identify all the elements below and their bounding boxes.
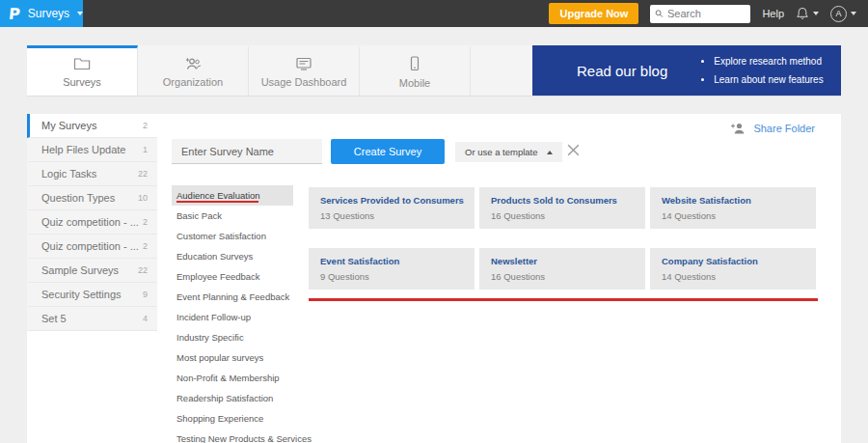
use-template-label: Or use a template: [465, 147, 538, 157]
survey-name-input[interactable]: [172, 139, 322, 164]
blog-banner-bullets: Explore research method Learn about new …: [700, 52, 823, 89]
sidebar-item-set-5[interactable]: Set 5 4: [27, 307, 157, 331]
sidebar-item-help-files-update[interactable]: Help Files Update 1: [27, 138, 157, 162]
read-blog-banner[interactable]: Read our blog Explore research method Le…: [532, 45, 841, 96]
tab-usage-dashboard[interactable]: Usage Dashboard: [249, 45, 360, 96]
sidebar-item-label: Question Types: [41, 192, 115, 204]
chevron-down-icon: [77, 12, 83, 15]
template-card-newsletter[interactable]: Newsletter 16 Questions: [479, 248, 645, 290]
category-label: Customer Satisfaction: [176, 231, 266, 241]
share-folder-label: Share Folder: [753, 123, 815, 134]
tab-mobile[interactable]: Mobile: [360, 45, 471, 96]
blog-bullet: Explore research method: [714, 52, 823, 70]
sidebar-item-label: Quiz competition - ...: [41, 216, 139, 228]
category-label: Education Surveys: [176, 251, 253, 262]
notifications-menu[interactable]: [796, 7, 819, 20]
app-logo-menu[interactable]: P Surveys: [0, 0, 83, 27]
sidebar-item-label: Help Files Update: [41, 144, 125, 155]
upgrade-now-button[interactable]: Upgrade Now: [549, 3, 638, 24]
sidebar-item-label: Security Settings: [41, 289, 122, 300]
chevron-down-icon: [813, 12, 819, 15]
chevron-down-icon: [851, 12, 856, 15]
sidebar-item-count: 2: [143, 121, 148, 130]
template-card-products-sold[interactable]: Products Sold to Consumers 16 Questions: [479, 187, 645, 229]
tab-organization[interactable]: Organization: [138, 45, 249, 96]
template-card-website-satisfaction[interactable]: Website Satisfaction 14 Questions: [650, 187, 816, 229]
search-box[interactable]: [650, 5, 750, 23]
sidebar-item-count: 22: [138, 169, 148, 179]
sidebar-item-label: My Surveys: [41, 120, 96, 131]
content-panel: My Surveys 2 Help Files Update 1 Logic T…: [27, 114, 841, 443]
category-non-profit-membership[interactable]: Non-Profit & Membership: [172, 368, 293, 388]
close-icon[interactable]: [566, 143, 581, 157]
tab-surveys[interactable]: Surveys: [27, 45, 138, 96]
share-folder-button[interactable]: Share Folder: [730, 122, 815, 134]
top-bar: P Surveys Upgrade Now Help A: [0, 0, 868, 27]
category-readership-satisfaction[interactable]: Readership Satisfaction: [172, 388, 293, 408]
tab-strip: Surveys Organization Usage Dashboard Mob…: [27, 45, 841, 97]
category-incident-follow-up[interactable]: Incident Follow-up: [172, 307, 293, 327]
sidebar-item-logic-tasks[interactable]: Logic Tasks 22: [27, 162, 157, 186]
template-question-count: 13 Questions: [320, 210, 463, 221]
category-label: Event Planning & Feedback: [176, 291, 289, 302]
use-template-dropdown[interactable]: Or use a template: [455, 142, 562, 162]
main-area: Create Survey Or use a template Share Fo…: [157, 114, 841, 443]
blog-bullet: Learn about new features: [714, 70, 823, 89]
sidebar-item-quiz-competition-1[interactable]: Quiz competition - ... 2: [27, 210, 157, 235]
blog-banner-title: Read our blog: [532, 63, 667, 79]
bell-icon: [796, 7, 809, 20]
sidebar-item-question-types[interactable]: Question Types 10: [27, 186, 157, 210]
category-industry-specific[interactable]: Industry Specific: [172, 327, 293, 347]
category-event-planning-feedback[interactable]: Event Planning & Feedback: [172, 287, 293, 307]
template-title: Services Provided to Consumers: [320, 195, 463, 206]
tab-label: Usage Dashboard: [261, 76, 347, 88]
proprofs-logo-icon: P: [8, 5, 21, 23]
chevron-up-icon: [547, 151, 553, 154]
category-label: Non-Profit & Membership: [176, 373, 280, 383]
topbar-right-group: Upgrade Now Help A: [549, 3, 868, 24]
annotation-red-line: [309, 298, 818, 301]
create-survey-button[interactable]: Create Survey: [331, 139, 445, 164]
category-label: Readership Satisfaction: [176, 393, 273, 403]
template-question-count: 16 Questions: [491, 271, 634, 282]
tab-label: Organization: [163, 76, 223, 88]
template-card-grid: Services Provided to Consumers 13 Questi…: [309, 187, 816, 290]
sidebar-item-count: 1: [143, 145, 148, 154]
search-input[interactable]: [667, 8, 746, 19]
template-title: Website Satisfaction: [662, 195, 804, 206]
sidebar-item-label: Quiz competition - ...: [41, 240, 139, 252]
category-education-surveys[interactable]: Education Surveys: [172, 246, 293, 266]
category-customer-satisfaction[interactable]: Customer Satisfaction: [172, 226, 293, 246]
category-label: Most popular surveys: [176, 352, 263, 363]
template-title: Event Satisfaction: [320, 256, 463, 266]
people-plus-icon: [183, 57, 203, 70]
folders-sidebar: My Surveys 2 Help Files Update 1 Logic T…: [27, 114, 157, 443]
sidebar-item-sample-surveys[interactable]: Sample Surveys 22: [27, 259, 157, 283]
help-link[interactable]: Help: [762, 8, 784, 19]
category-shopping-experience[interactable]: Shopping Experience: [172, 408, 293, 429]
avatar: A: [830, 6, 847, 22]
tab-label: Mobile: [399, 77, 430, 89]
template-card-event-satisfaction[interactable]: Event Satisfaction 9 Questions: [309, 248, 475, 290]
category-audience-evaluation[interactable]: Audience Evaluation: [172, 185, 293, 206]
sidebar-item-quiz-competition-2[interactable]: Quiz competition - ... 2: [27, 235, 157, 259]
annotation-red-underline: [176, 201, 258, 203]
sidebar-item-count: 4: [143, 314, 148, 323]
sidebar-item-my-surveys[interactable]: My Surveys 2: [27, 114, 157, 138]
category-basic-pack[interactable]: Basic Pack: [172, 206, 293, 226]
sidebar-item-label: Sample Surveys: [41, 264, 119, 276]
template-question-count: 14 Questions: [662, 271, 804, 282]
category-testing-new-products[interactable]: Testing New Products & Services: [172, 429, 293, 443]
category-label: Employee Feedback: [176, 271, 260, 282]
category-label: Testing New Products & Services: [176, 433, 312, 443]
sidebar-item-security-settings[interactable]: Security Settings 9: [27, 283, 157, 307]
template-question-count: 9 Questions: [320, 271, 463, 282]
phone-icon: [409, 56, 420, 71]
template-card-company-satisfaction[interactable]: Company Satisfaction 14 Questions: [650, 248, 816, 290]
template-card-services-provided[interactable]: Services Provided to Consumers 13 Questi…: [309, 187, 475, 229]
sidebar-item-count: 2: [143, 217, 148, 227]
account-menu[interactable]: A: [830, 6, 856, 22]
category-label: Industry Specific: [176, 332, 244, 343]
category-employee-feedback[interactable]: Employee Feedback: [172, 266, 293, 287]
category-most-popular-surveys[interactable]: Most popular surveys: [172, 347, 293, 368]
